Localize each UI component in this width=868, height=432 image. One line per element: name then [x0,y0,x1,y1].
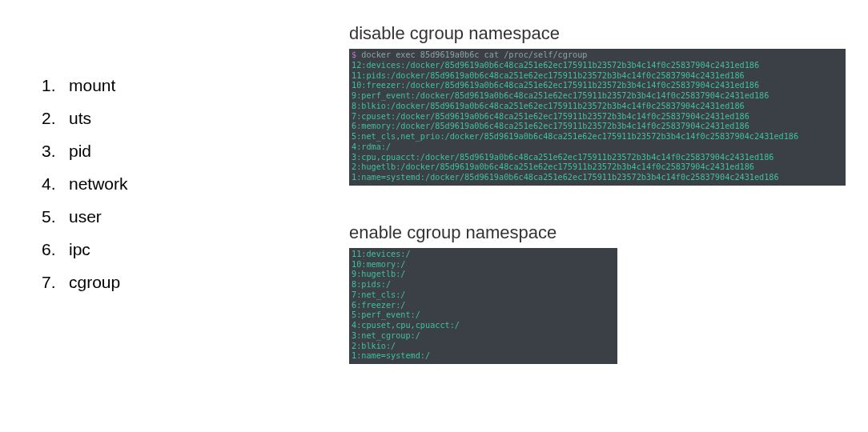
disable-cgroup-section: disable cgroup namespace $ docker exec 8… [349,23,846,186]
terminal-line: 6:freezer:/ [352,301,405,310]
list-item: 6. ipc [42,240,266,259]
list-item: 3. pid [42,142,266,161]
terminal-line: 11:pids:/docker/85d9619a0b6c48ca251e62ec… [352,71,745,80]
list-item: 7. cgroup [42,273,266,292]
terminal-line: 7:net_cls:/ [352,290,405,299]
list-label: network [69,174,128,194]
terminal-line: 2:hugetlb:/docker/85d9619a0b6c48ca251e62… [352,162,754,171]
list-number: 1. [42,76,66,95]
terminal-line: 4:rdma:/ [352,142,391,151]
enable-title: enable cgroup namespace [349,222,846,243]
list-number: 5. [42,207,66,226]
list-label: uts [69,109,91,128]
terminal-line: 8:blkio:/docker/85d9619a0b6c48ca251e62ec… [352,102,745,110]
terminal-line: 4:cpuset,cpu,cpuacct:/ [352,321,460,330]
terminal-line: 2:blkio:/ [352,342,396,350]
enable-cgroup-section: enable cgroup namespace 11:devices:/ 10:… [349,222,846,364]
terminal-line: 3:net_cgroup:/ [352,331,420,340]
terminal-line: 8:pids:/ [352,280,391,289]
terminal-line: 9:hugetlb:/ [352,270,405,278]
right-column: disable cgroup namespace $ docker exec 8… [349,23,846,364]
list-number: 2. [42,109,66,128]
list-number: 4. [42,174,66,194]
terminal-line: 11:devices:/ [352,250,411,258]
terminal-line: 5:net_cls,net_prio:/docker/85d9619a0b6c4… [352,132,798,141]
list-label: mount [69,76,115,95]
terminal-line: 9:perf_event:/docker/85d9619a0b6c48ca251… [352,91,769,100]
terminal-line: 1:name=systemd:/ [352,351,430,360]
terminal-line: 6:memory:/docker/85d9619a0b6c48ca251e62e… [352,122,749,130]
list-item: 2. uts [42,109,266,128]
disable-title: disable cgroup namespace [349,23,846,44]
list-number: 3. [42,142,66,161]
terminal-line: 1:name=systemd:/docker/85d9619a0b6c48ca2… [352,173,779,182]
list-item: 1. mount [42,76,266,95]
disable-terminal: $ docker exec 85d9619a0b6c cat /proc/sel… [349,49,846,186]
terminal-line: 10:freezer:/docker/85d9619a0b6c48ca251e6… [352,81,759,90]
list-number: 7. [42,273,66,292]
terminal-line: 3:cpu,cpuacct:/docker/85d9619a0b6c48ca25… [352,153,774,162]
list-item: 5. user [42,207,266,226]
list-label: user [69,207,102,226]
list-label: ipc [69,240,90,259]
list-label: cgroup [69,273,120,292]
terminal-line: 10:memory:/ [352,260,405,269]
terminal-line: 12:devices:/docker/85d9619a0b6c48ca251e6… [352,61,759,70]
namespace-list: 1. mount 2. uts 3. pid 4. network 5. use… [42,76,266,306]
list-item: 4. network [42,174,266,194]
command-text: docker exec 85d9619a0b6c cat /proc/self/… [356,50,587,59]
enable-terminal: 11:devices:/ 10:memory:/ 9:hugetlb:/ 8:p… [349,248,617,364]
terminal-line: 5:perf_event:/ [352,310,420,319]
terminal-line: 7:cpuset:/docker/85d9619a0b6c48ca251e62e… [352,112,749,121]
list-number: 6. [42,240,66,259]
list-label: pid [69,142,91,161]
